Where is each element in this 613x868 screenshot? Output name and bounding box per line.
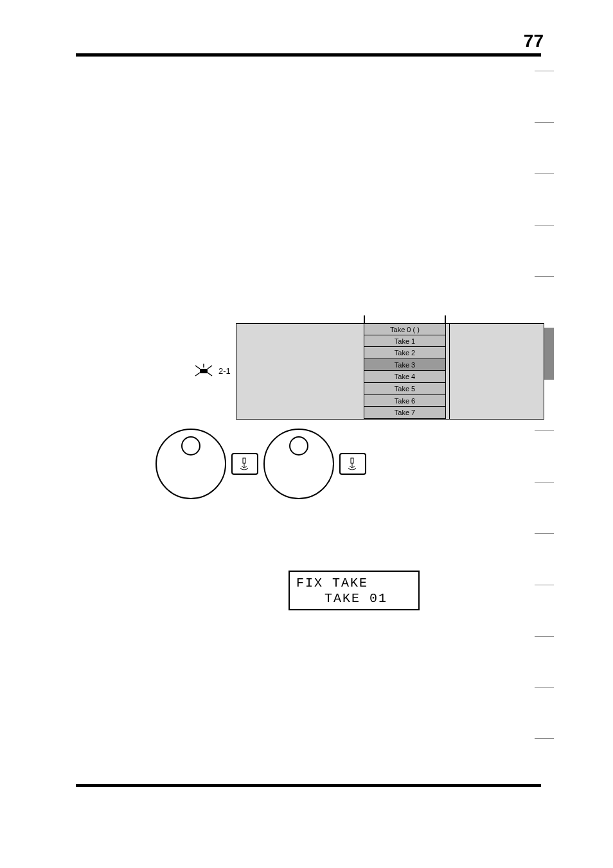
side-tab bbox=[535, 585, 554, 636]
side-tab bbox=[535, 687, 554, 739]
take-row: Take 3 bbox=[364, 359, 446, 371]
enter-key-icon bbox=[339, 453, 366, 475]
side-tab bbox=[535, 430, 554, 482]
enter-key-icon bbox=[231, 453, 258, 475]
lcd-line-1: FIX TAKE bbox=[296, 576, 412, 591]
svg-rect-6 bbox=[243, 458, 245, 463]
side-tab bbox=[535, 482, 554, 533]
take-row: Take 6 bbox=[364, 395, 446, 407]
svg-line-1 bbox=[208, 366, 212, 369]
lcd-line-2: TAKE 01 bbox=[296, 591, 412, 607]
bottom-divider bbox=[76, 784, 541, 787]
side-tab bbox=[535, 533, 554, 585]
take-row: Take 0 ( ) bbox=[364, 323, 446, 335]
jog-wheel-controls bbox=[155, 429, 366, 499]
side-tab bbox=[535, 122, 554, 173]
svg-rect-7 bbox=[351, 458, 353, 463]
jog-wheel-icon bbox=[263, 429, 334, 499]
take-row: Take 7 bbox=[364, 407, 446, 419]
side-tab bbox=[535, 71, 554, 122]
timeline-area-right bbox=[450, 323, 544, 420]
side-tab bbox=[535, 636, 554, 687]
flashing-led-icon: 2-1 bbox=[193, 363, 231, 378]
svg-line-2 bbox=[195, 373, 200, 376]
svg-rect-5 bbox=[200, 369, 208, 373]
takes-diagram: Take 0 ( )Take 1Take 2Take 3Take 4Take 5… bbox=[236, 312, 544, 420]
take-row: Take 2 bbox=[364, 347, 446, 359]
side-tab bbox=[535, 225, 554, 276]
jog-wheel-icon bbox=[155, 429, 226, 499]
top-divider bbox=[76, 53, 541, 57]
tick-mark bbox=[364, 315, 365, 323]
take-row: Take 4 bbox=[364, 371, 446, 383]
take-row: Take 1 bbox=[364, 335, 446, 348]
flasher-label: 2-1 bbox=[218, 366, 231, 376]
lcd-display: FIX TAKE TAKE 01 bbox=[289, 571, 420, 610]
take-row: Take 5 bbox=[364, 383, 446, 395]
svg-line-0 bbox=[195, 366, 200, 369]
takes-column: Take 0 ( )Take 1Take 2Take 3Take 4Take 5… bbox=[364, 323, 446, 419]
tick-mark bbox=[445, 315, 446, 323]
page-number: 77 bbox=[524, 31, 544, 51]
svg-line-3 bbox=[208, 373, 212, 376]
side-tab bbox=[535, 173, 554, 225]
